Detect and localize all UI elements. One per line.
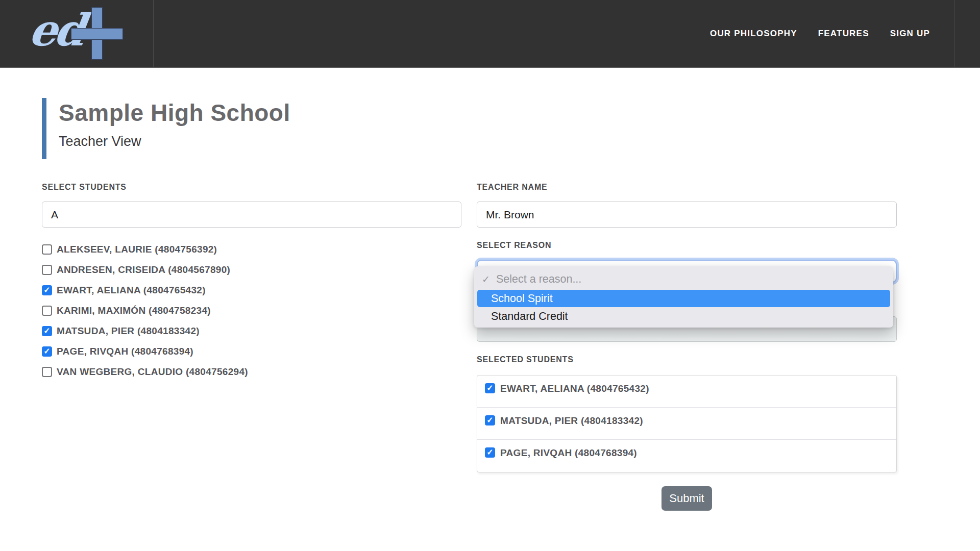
page-title: Sample High School (59, 99, 897, 127)
select-students-label: SELECT STUDENTS (42, 183, 461, 192)
teacher-name-label: TEACHER NAME (477, 183, 897, 192)
page-subtitle: Teacher View (59, 134, 897, 149)
header: ed OUR PHILOSOPHY FEATURES SIGN UP (0, 0, 980, 68)
student-list-item[interactable]: ✓ PAGE, RIVQAH (4804768394) (42, 341, 461, 362)
submit-button[interactable]: Submit (662, 486, 712, 511)
student-list-item[interactable]: ALEKSEEV, LAURIE (4804756392) (42, 239, 461, 260)
student-list-item[interactable]: KARIMI, MAXIMÓN (4804758234) (42, 300, 461, 321)
selected-student-item[interactable]: ✓ MATSUDA, PIER (4804183342) (477, 408, 896, 440)
student-name-label: VAN WEGBERG, CLAUDIO (4804756294) (57, 366, 248, 378)
student-name-label: PAGE, RIVQAH (4804768394) (500, 447, 637, 459)
student-checkbox[interactable] (42, 265, 52, 275)
main-content: Sample High School Teacher View SELECT S… (42, 98, 897, 511)
student-name-label: MATSUDA, PIER (4804183342) (500, 415, 643, 427)
reason-dropdown-menu: ✓ Select a reason... School Spirit Stand… (474, 266, 893, 328)
form-columns: SELECT STUDENTS ALEKSEEV, LAURIE (480475… (42, 183, 897, 511)
header-divider (954, 0, 954, 67)
student-name-label: PAGE, RIVQAH (4804768394) (57, 346, 193, 357)
reason-option[interactable]: Standard Credit (474, 307, 893, 325)
checkmark-icon: ✓ (486, 384, 493, 392)
selected-students-list: ✓ EWART, AELIANA (4804765432) ✓ MATSUDA,… (477, 375, 897, 472)
student-list-item[interactable]: ANDRESEN, CRISEIDA (4804567890) (42, 260, 461, 280)
select-reason-wrap: SELECT REASON ✓ Select a reason... Schoo… (477, 241, 897, 342)
nav-item[interactable]: OUR PHILOSOPHY (710, 29, 797, 39)
student-list-item[interactable]: ✓ MATSUDA, PIER (4804183342) (42, 321, 461, 341)
reason-option[interactable]: ✓ Select a reason... (474, 269, 893, 290)
main-nav: OUR PHILOSOPHY FEATURES SIGN UP (710, 0, 930, 67)
student-checkbox[interactable]: ✓ (42, 346, 52, 357)
checkmark-icon: ✓ (486, 448, 493, 457)
selected-students-label: SELECTED STUDENTS (477, 355, 897, 364)
reason-option-label: Standard Credit (491, 310, 568, 323)
student-list-item[interactable]: VAN WEGBERG, CLAUDIO (4804756294) (42, 362, 461, 382)
logo[interactable]: ed (0, 0, 153, 67)
student-name-label: EWART, AELIANA (4804765432) (500, 383, 649, 394)
student-name-label: ANDRESEN, CRISEIDA (4804567890) (57, 264, 230, 276)
select-reason-label: SELECT REASON (477, 241, 897, 250)
reason-option-label: School Spirit (491, 292, 553, 305)
reason-option[interactable]: School Spirit (477, 290, 890, 307)
reason-option-label: Select a reason... (496, 273, 581, 286)
dropdown-checkmark-icon: ✓ (482, 273, 492, 285)
student-checkbox[interactable] (42, 367, 52, 377)
checkmark-icon: ✓ (43, 347, 50, 356)
student-checkbox[interactable]: ✓ (485, 415, 495, 425)
logo-plus-icon (71, 28, 123, 40)
selected-student-item[interactable]: ✓ EWART, AELIANA (4804765432) (477, 375, 896, 408)
checkmark-icon: ✓ (486, 416, 493, 424)
nav-item[interactable]: SIGN UP (890, 29, 930, 39)
nav-item[interactable]: FEATURES (818, 29, 869, 39)
student-list-item[interactable]: ✓ EWART, AELIANA (4804765432) (42, 280, 461, 300)
student-checkbox[interactable] (42, 244, 52, 255)
student-name-label: ALEKSEEV, LAURIE (4804756392) (57, 244, 217, 255)
student-search-input[interactable] (42, 202, 461, 228)
student-name-label: KARIMI, MAXIMÓN (4804758234) (57, 305, 211, 316)
header-divider (153, 0, 154, 67)
teacher-name-input[interactable] (477, 202, 897, 228)
title-block: Sample High School Teacher View (42, 98, 897, 159)
select-students-section: SELECT STUDENTS ALEKSEEV, LAURIE (480475… (42, 183, 461, 511)
checkmark-icon: ✓ (43, 286, 50, 294)
student-checkbox[interactable]: ✓ (485, 383, 495, 393)
reason-select[interactable]: ✓ Select a reason... School Spirit Stand… (477, 260, 897, 283)
student-name-label: MATSUDA, PIER (4804183342) (57, 325, 200, 337)
student-name-label: EWART, AELIANA (4804765432) (57, 285, 206, 296)
student-checkbox[interactable]: ✓ (42, 285, 52, 295)
checkmark-icon: ✓ (43, 327, 50, 335)
student-checkbox[interactable]: ✓ (42, 326, 52, 336)
student-checkbox[interactable] (42, 306, 52, 316)
selected-student-item[interactable]: ✓ PAGE, RIVQAH (4804768394) (477, 440, 896, 472)
submit-row: Submit (477, 472, 897, 511)
student-list: ALEKSEEV, LAURIE (4804756392) ANDRESEN, … (42, 239, 461, 382)
student-checkbox[interactable]: ✓ (485, 447, 495, 458)
submission-section: TEACHER NAME SELECT REASON ✓ Select a re… (477, 183, 897, 511)
